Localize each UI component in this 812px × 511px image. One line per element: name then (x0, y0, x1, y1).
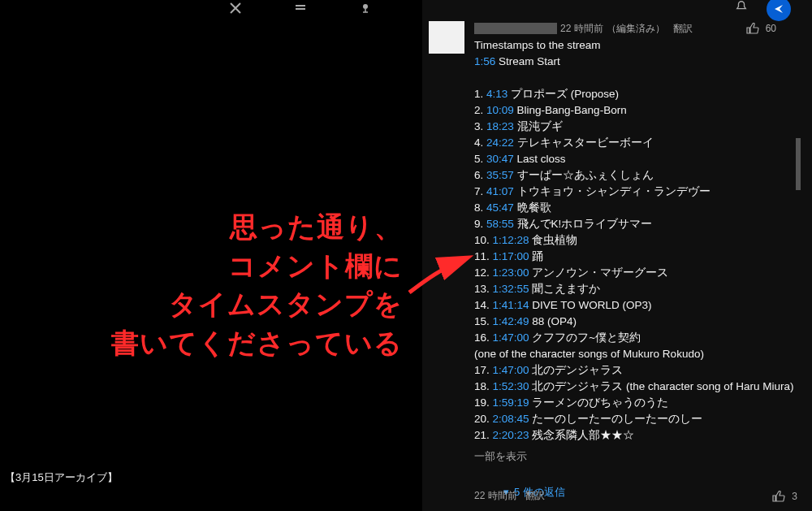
comment-meta: 22 時間前 （編集済み） 翻訳 (474, 21, 693, 36)
list-item: 17. 1:47:00 北のデンジャラス (474, 362, 797, 379)
timestamp-link[interactable]: 41:07 (486, 185, 514, 197)
list-item: 15. 1:42:49 88 (OP4) (474, 314, 797, 330)
list-number: 8. (474, 201, 486, 214)
video-overlay-title: 【3月15日アーカイブ】 (0, 470, 123, 485)
list-item: 4. 24:22 テレキャスタービーボーイ (474, 135, 797, 151)
timestamp-link[interactable]: 35:57 (486, 169, 514, 181)
mic-icon[interactable] (357, 2, 374, 15)
list-number: 11. (474, 250, 493, 262)
timestamp-link[interactable]: 1:56 (474, 55, 495, 67)
timestamp-link[interactable]: 1:52:30 (493, 380, 529, 392)
timestamp-link[interactable]: 4:13 (486, 88, 508, 100)
show-more-button[interactable]: 一部を表示 (474, 448, 797, 465)
ts-label: DIVE TO WORLD (OP3) (529, 299, 652, 311)
list-number: 1. (474, 88, 486, 100)
list-item: 14. 1:41:14 DIVE TO WORLD (OP3) (474, 297, 797, 314)
list-item: 8. 45:47 晩餐歌 (474, 200, 797, 216)
svg-rect-0 (296, 5, 305, 6)
timestamp-link[interactable]: 10:09 (486, 104, 514, 116)
list-item: 16. 1:47:00 クフフのフ~僕と契約 (474, 330, 797, 346)
svg-rect-1 (296, 8, 305, 10)
timestamp-link[interactable]: 1:32:55 (493, 283, 529, 295)
list-number: 9. (474, 218, 486, 230)
list-number: 14. (474, 299, 493, 311)
timestamp-link[interactable]: 1:59:19 (493, 396, 529, 409)
timestamp-link[interactable]: 2:08:45 (493, 413, 529, 425)
timestamp-link[interactable]: 30:47 (486, 153, 514, 165)
ts-label: たーのしーたーのしーたーのしー (529, 413, 703, 425)
list-number: 7. (474, 185, 486, 197)
comment-body: Timestamps to the stream 1:56 Stream Sta… (474, 37, 797, 500)
timestamp-link[interactable]: 45:47 (486, 201, 514, 214)
bell-icon[interactable] (734, 0, 752, 13)
list-item: 1:56 Stream Start (474, 54, 797, 70)
thumb-up-icon[interactable] (772, 491, 785, 502)
list-item: 13. 1:32:55 聞こえますか (474, 281, 797, 297)
svg-point-2 (363, 4, 368, 9)
list-number: 16. (474, 331, 493, 344)
secondary-comment-meta: 22 時間前 翻訳 3 (474, 489, 797, 503)
comment-edited: （編集済み） (607, 22, 665, 36)
list-item: 12. 1:23:00 アンノウン・マザーグース (474, 265, 797, 281)
ts-label: アンノウン・マザーグース (529, 266, 669, 279)
ts-label: 食虫植物 (529, 234, 578, 246)
translate-button[interactable]: 翻訳 (673, 22, 693, 36)
close-icon[interactable] (227, 2, 244, 15)
ts-label: クフフのフ~僕と契約 (529, 331, 641, 344)
list-number: 4. (474, 136, 486, 149)
comment-username[interactable] (474, 23, 557, 34)
ts-label: 88 (OP4) (529, 315, 577, 327)
ts-label: 晩餐歌 (514, 201, 551, 214)
list-number: 19. (474, 396, 493, 409)
timestamp-link[interactable]: 2:20:23 (493, 429, 529, 441)
list-number: 20. (474, 413, 493, 425)
timestamp-link[interactable]: 58:55 (486, 218, 514, 230)
list-number: 13. (474, 283, 493, 295)
list-item: 5. 30:47 Last closs (474, 151, 797, 167)
ts-label: Last closs (514, 153, 566, 165)
ts-label: すーぱー☆あふぇくしょん (514, 169, 654, 181)
ts-label: Stream Start (499, 55, 560, 67)
ts-label: トウキョウ・シャンディ・ランデヴー (514, 185, 710, 197)
ts-label: プロポーズ (Propose) (508, 88, 619, 100)
ts-label: 北のデンジャラス (the character song of Haru Miu… (529, 380, 794, 392)
avatar[interactable] (429, 21, 464, 54)
video-player-area: 【3月15日アーカイブ】 (0, 0, 422, 511)
timestamp-link[interactable]: 1:47:00 (493, 364, 529, 376)
list-number: 12. (474, 266, 493, 279)
list-item: 21. 2:20:23 残念系隣人部★★☆ (474, 427, 797, 444)
list-item: 6. 35:57 すーぱー☆あふぇくしょん (474, 167, 797, 184)
ts-label: (one of the character songs of Mukuro Ro… (474, 348, 704, 360)
comment-time: 22 時間前 (560, 22, 603, 36)
list-item: 9. 58:55 飛んでK!ホロライブサマー (474, 216, 797, 232)
overlay-text: 【3月15日アーカイブ】 (5, 471, 118, 483)
comment-intro: Timestamps to the stream (474, 37, 797, 54)
share-button[interactable] (767, 0, 791, 21)
timestamp-link[interactable]: 1:47:00 (493, 331, 529, 344)
list-item: 2. 10:09 Bling-Bang-Bang-Born (474, 102, 797, 119)
list-item: 20. 2:08:45 たーのしーたーのしーたーのしー (474, 411, 797, 427)
list-item: 19. 1:59:19 ラーメンのびちゃうのうた (474, 395, 797, 411)
timestamp-link[interactable]: 1:17:00 (493, 250, 529, 262)
list-number: 17. (474, 364, 493, 376)
scroll-indicator (796, 138, 801, 190)
timestamp-link[interactable]: 1:12:28 (493, 234, 529, 246)
timestamp-link[interactable]: 1:23:00 (493, 266, 529, 279)
thumb-up-icon (746, 23, 759, 34)
list-item: 10. 1:12:28 食虫植物 (474, 232, 797, 249)
timestamp-link[interactable]: 18:23 (486, 120, 514, 132)
secondary-translate[interactable]: 翻訳 (525, 489, 545, 503)
ts-label: 混沌ブギ (514, 120, 563, 132)
menu-icon[interactable] (292, 2, 309, 15)
list-item: 18. 1:52:30 北のデンジャラス (the character song… (474, 379, 797, 395)
comment-like[interactable]: 60 (746, 23, 776, 34)
list-item: 1. 4:13 プロポーズ (Propose) (474, 86, 797, 102)
list-number: 21. (474, 429, 493, 441)
ts-label: 踊 (529, 250, 544, 262)
list-number: 10. (474, 234, 493, 246)
timestamp-link[interactable]: 1:41:14 (493, 299, 529, 311)
timestamp-link[interactable]: 1:42:49 (493, 315, 529, 327)
ts-label: テレキャスタービーボーイ (514, 136, 654, 149)
timestamp-link[interactable]: 24:22 (486, 136, 514, 149)
list-item: 3. 18:23 混沌ブギ (474, 119, 797, 135)
